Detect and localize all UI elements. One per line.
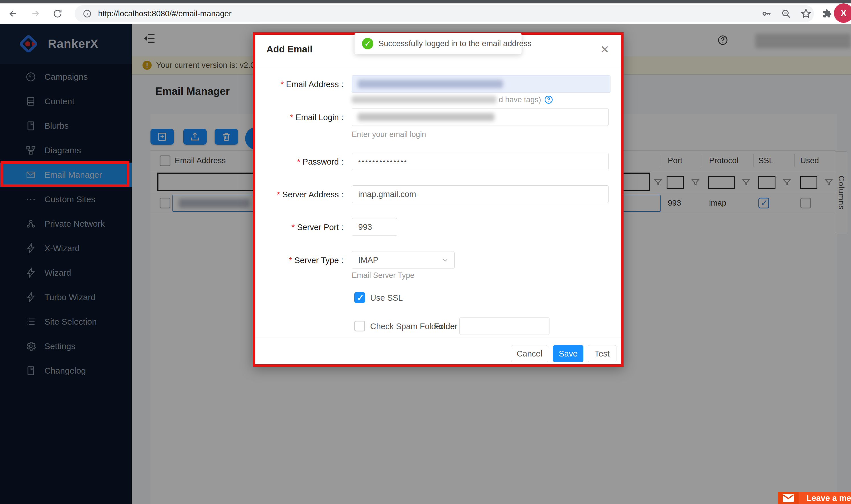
add-email-modal: Add Email ✕ Email Address d have tags) E… [253, 32, 624, 367]
server-type-helper: Email Server Type [352, 271, 414, 280]
test-button[interactable]: Test [588, 345, 616, 362]
success-check-icon: ✓ [362, 38, 374, 49]
email-login-blurred-value [358, 113, 494, 121]
browser-tab-strip [0, 0, 851, 3]
chat-widget[interactable]: Leave a messa [778, 492, 851, 504]
email-login-input[interactable] [352, 108, 609, 126]
toast-message: Successfully logged in to the email addr… [379, 39, 532, 48]
screenshot-root: http://localhost:8080/#/email-manager X … [0, 0, 851, 504]
refresh-icon[interactable] [52, 8, 63, 19]
modal-footer-divider [255, 337, 621, 338]
email-address-input[interactable] [352, 75, 610, 93]
extensions-puzzle-icon[interactable] [822, 8, 833, 19]
question-circle-icon[interactable] [544, 95, 553, 104]
use-ssl-label: Use SSL [370, 293, 403, 303]
chevron-down-icon [441, 256, 449, 264]
close-icon[interactable]: ✕ [598, 43, 611, 56]
check-spam-label: Check Spam Folder [370, 322, 443, 331]
chat-envelope-icon [778, 492, 799, 504]
back-icon[interactable] [8, 8, 18, 19]
url-text[interactable]: http://localhost:8080/#/email-manager [98, 9, 232, 18]
email-address-label: Email Address [255, 80, 343, 89]
bookmark-star-icon[interactable] [800, 8, 812, 19]
server-type-select[interactable]: IMAP [352, 251, 455, 269]
server-type-label: Server Type [255, 256, 343, 265]
password-input[interactable]: •••••••••••••• [352, 152, 609, 170]
email-login-helper: Enter your email login [352, 130, 426, 139]
modal-title: Add Email [266, 44, 312, 55]
zoom-out-icon[interactable] [781, 8, 791, 19]
password-key-icon[interactable] [762, 8, 772, 19]
cancel-button[interactable]: Cancel [511, 345, 548, 362]
folder-label: Folder [434, 322, 457, 331]
server-address-input[interactable]: imap.gmail.com [352, 185, 609, 203]
email-login-label: Email Login [255, 113, 343, 122]
server-port-input[interactable]: 993 [352, 218, 397, 236]
forward-icon[interactable] [30, 8, 40, 19]
email-address-helper: d have tags) [352, 95, 553, 104]
chat-label: Leave a messa [799, 492, 851, 504]
use-ssl-checkbox[interactable] [354, 292, 365, 303]
save-button[interactable]: Save [553, 345, 584, 362]
helper-blurred-part [352, 96, 497, 103]
browser-profile-avatar[interactable]: X [834, 3, 851, 23]
email-address-blurred-value [358, 80, 503, 88]
password-label: Password [255, 157, 343, 166]
check-spam-checkbox[interactable] [354, 321, 365, 331]
folder-input[interactable] [459, 317, 550, 335]
page-info-icon[interactable] [83, 9, 92, 18]
server-address-label: Server Address [255, 190, 343, 199]
success-toast: ✓ Successfully logged in to the email ad… [354, 33, 522, 54]
server-port-label: Server Port [255, 223, 343, 232]
